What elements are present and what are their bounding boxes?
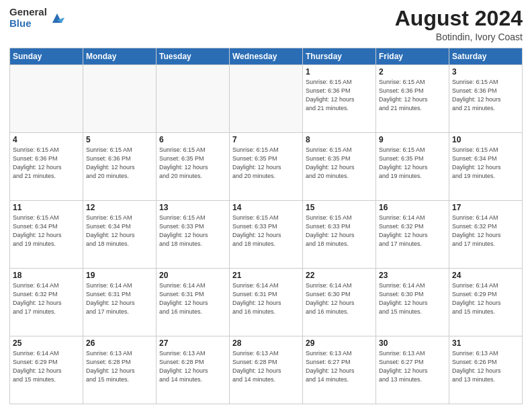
logo-icon: [50, 11, 64, 26]
table-row: 18Sunrise: 6:14 AMSunset: 6:32 PMDayligh…: [10, 269, 83, 336]
day-info: Sunrise: 6:15 AMSunset: 6:36 PMDaylight:…: [379, 78, 446, 113]
table-row: [10, 65, 83, 133]
logo-general: General: [9, 7, 47, 18]
day-info: Sunrise: 6:14 AMSunset: 6:32 PMDaylight:…: [13, 281, 80, 316]
col-saturday: Saturday: [449, 48, 523, 65]
day-info: Sunrise: 6:15 AMSunset: 6:36 PMDaylight:…: [13, 146, 80, 181]
day-info: Sunrise: 6:14 AMSunset: 6:30 PMDaylight:…: [306, 281, 373, 316]
day-number: 15: [306, 203, 373, 212]
table-row: 17Sunrise: 6:14 AMSunset: 6:32 PMDayligh…: [449, 201, 523, 269]
table-row: 3Sunrise: 6:15 AMSunset: 6:36 PMDaylight…: [449, 65, 523, 133]
day-number: 29: [306, 338, 373, 348]
day-info: Sunrise: 6:14 AMSunset: 6:29 PMDaylight:…: [13, 349, 80, 384]
table-row: 15Sunrise: 6:15 AMSunset: 6:33 PMDayligh…: [303, 201, 376, 269]
day-info: Sunrise: 6:14 AMSunset: 6:31 PMDaylight:…: [86, 281, 153, 316]
logo-text: General Blue: [9, 7, 47, 29]
day-number: 5: [86, 135, 153, 144]
day-info: Sunrise: 6:13 AMSunset: 6:28 PMDaylight:…: [159, 349, 226, 384]
day-number: 2: [379, 67, 446, 77]
day-info: Sunrise: 6:13 AMSunset: 6:27 PMDaylight:…: [379, 349, 446, 384]
day-number: 28: [232, 338, 300, 348]
header: General Blue August 2024 Botindin, Ivory…: [9, 7, 523, 42]
table-row: 27Sunrise: 6:13 AMSunset: 6:28 PMDayligh…: [157, 336, 230, 404]
day-number: 16: [379, 203, 446, 212]
logo-blue: Blue: [9, 18, 47, 30]
calendar-week-row: 18Sunrise: 6:14 AMSunset: 6:32 PMDayligh…: [10, 269, 523, 336]
table-row: 11Sunrise: 6:15 AMSunset: 6:34 PMDayligh…: [10, 201, 83, 269]
day-number: 11: [13, 203, 80, 212]
title-month: August 2024: [395, 7, 523, 30]
table-row: 5Sunrise: 6:15 AMSunset: 6:36 PMDaylight…: [83, 133, 157, 201]
calendar-week-row: 1Sunrise: 6:15 AMSunset: 6:36 PMDaylight…: [10, 65, 523, 133]
day-number: 13: [159, 203, 226, 212]
col-thursday: Thursday: [303, 48, 376, 65]
table-row: [157, 65, 230, 133]
day-info: Sunrise: 6:14 AMSunset: 6:32 PMDaylight:…: [452, 214, 519, 248]
table-row: 2Sunrise: 6:15 AMSunset: 6:36 PMDaylight…: [376, 65, 449, 133]
day-number: 8: [306, 135, 373, 144]
day-info: Sunrise: 6:13 AMSunset: 6:28 PMDaylight:…: [86, 349, 153, 384]
table-row: 16Sunrise: 6:14 AMSunset: 6:32 PMDayligh…: [376, 201, 449, 269]
day-number: 26: [86, 338, 153, 348]
day-info: Sunrise: 6:15 AMSunset: 6:33 PMDaylight:…: [159, 214, 226, 248]
col-wednesday: Wednesday: [230, 48, 303, 65]
calendar-header-row: Sunday Monday Tuesday Wednesday Thursday…: [10, 48, 523, 65]
day-number: 10: [452, 135, 519, 144]
day-number: 7: [232, 135, 300, 144]
table-row: 21Sunrise: 6:14 AMSunset: 6:31 PMDayligh…: [230, 269, 303, 336]
table-row: 22Sunrise: 6:14 AMSunset: 6:30 PMDayligh…: [303, 269, 376, 336]
table-row: 14Sunrise: 6:15 AMSunset: 6:33 PMDayligh…: [230, 201, 303, 269]
day-info: Sunrise: 6:13 AMSunset: 6:27 PMDaylight:…: [306, 349, 373, 384]
calendar-week-row: 11Sunrise: 6:15 AMSunset: 6:34 PMDayligh…: [10, 201, 523, 269]
day-info: Sunrise: 6:13 AMSunset: 6:26 PMDaylight:…: [452, 349, 519, 384]
table-row: 20Sunrise: 6:14 AMSunset: 6:31 PMDayligh…: [157, 269, 230, 336]
day-number: 25: [13, 338, 80, 348]
table-row: [230, 65, 303, 133]
day-info: Sunrise: 6:15 AMSunset: 6:35 PMDaylight:…: [306, 146, 373, 181]
day-number: 9: [379, 135, 446, 144]
day-number: 20: [159, 271, 226, 280]
day-info: Sunrise: 6:15 AMSunset: 6:33 PMDaylight:…: [232, 214, 300, 248]
day-info: Sunrise: 6:15 AMSunset: 6:34 PMDaylight:…: [86, 214, 153, 248]
table-row: 24Sunrise: 6:14 AMSunset: 6:29 PMDayligh…: [449, 269, 523, 336]
day-number: 30: [379, 338, 446, 348]
col-tuesday: Tuesday: [157, 48, 230, 65]
page: General Blue August 2024 Botindin, Ivory…: [0, 0, 532, 411]
logo: General Blue: [9, 7, 64, 29]
day-info: Sunrise: 6:14 AMSunset: 6:30 PMDaylight:…: [379, 281, 446, 316]
title-block: August 2024 Botindin, Ivory Coast: [395, 7, 523, 42]
table-row: 29Sunrise: 6:13 AMSunset: 6:27 PMDayligh…: [303, 336, 376, 404]
day-info: Sunrise: 6:15 AMSunset: 6:35 PMDaylight:…: [232, 146, 300, 181]
col-sunday: Sunday: [10, 48, 83, 65]
table-row: 26Sunrise: 6:13 AMSunset: 6:28 PMDayligh…: [83, 336, 157, 404]
table-row: 23Sunrise: 6:14 AMSunset: 6:30 PMDayligh…: [376, 269, 449, 336]
table-row: 6Sunrise: 6:15 AMSunset: 6:35 PMDaylight…: [157, 133, 230, 201]
table-row: 9Sunrise: 6:15 AMSunset: 6:35 PMDaylight…: [376, 133, 449, 201]
table-row: 31Sunrise: 6:13 AMSunset: 6:26 PMDayligh…: [449, 336, 523, 404]
col-friday: Friday: [376, 48, 449, 65]
day-info: Sunrise: 6:15 AMSunset: 6:36 PMDaylight:…: [306, 78, 373, 113]
table-row: 10Sunrise: 6:15 AMSunset: 6:34 PMDayligh…: [449, 133, 523, 201]
table-row: [83, 65, 157, 133]
day-info: Sunrise: 6:14 AMSunset: 6:32 PMDaylight:…: [379, 214, 446, 248]
table-row: 4Sunrise: 6:15 AMSunset: 6:36 PMDaylight…: [10, 133, 83, 201]
day-number: 4: [13, 135, 80, 144]
day-info: Sunrise: 6:13 AMSunset: 6:28 PMDaylight:…: [232, 349, 300, 384]
day-number: 1: [306, 67, 373, 77]
day-info: Sunrise: 6:15 AMSunset: 6:35 PMDaylight:…: [379, 146, 446, 181]
day-info: Sunrise: 6:14 AMSunset: 6:31 PMDaylight:…: [232, 281, 300, 316]
table-row: 30Sunrise: 6:13 AMSunset: 6:27 PMDayligh…: [376, 336, 449, 404]
day-info: Sunrise: 6:15 AMSunset: 6:34 PMDaylight:…: [452, 146, 519, 181]
day-number: 17: [452, 203, 519, 212]
calendar-week-row: 25Sunrise: 6:14 AMSunset: 6:29 PMDayligh…: [10, 336, 523, 404]
day-info: Sunrise: 6:15 AMSunset: 6:34 PMDaylight:…: [13, 214, 80, 248]
title-location: Botindin, Ivory Coast: [395, 32, 523, 42]
day-number: 27: [159, 338, 226, 348]
day-info: Sunrise: 6:15 AMSunset: 6:36 PMDaylight:…: [452, 78, 519, 113]
table-row: 8Sunrise: 6:15 AMSunset: 6:35 PMDaylight…: [303, 133, 376, 201]
table-row: 12Sunrise: 6:15 AMSunset: 6:34 PMDayligh…: [83, 201, 157, 269]
day-number: 23: [379, 271, 446, 280]
calendar-week-row: 4Sunrise: 6:15 AMSunset: 6:36 PMDaylight…: [10, 133, 523, 201]
day-number: 19: [86, 271, 153, 280]
table-row: 25Sunrise: 6:14 AMSunset: 6:29 PMDayligh…: [10, 336, 83, 404]
